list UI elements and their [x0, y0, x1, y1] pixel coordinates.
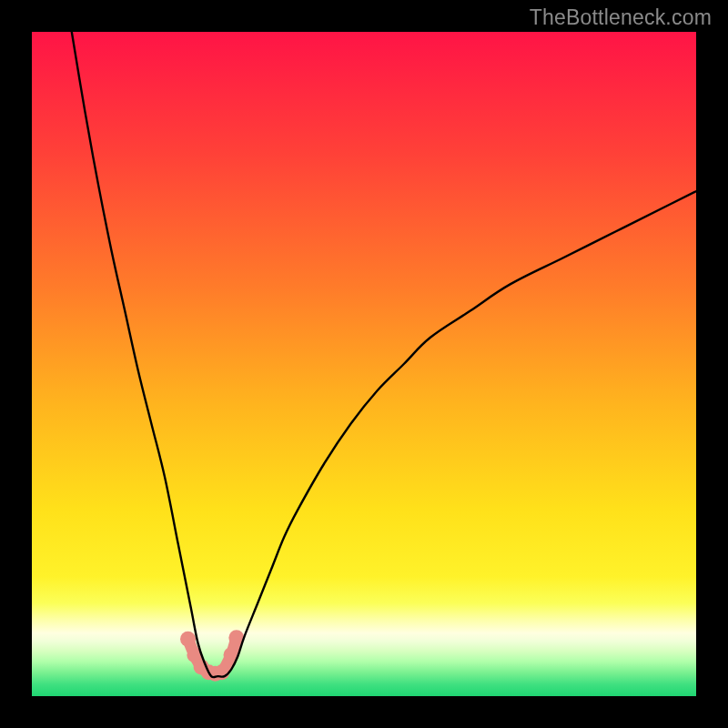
plot-area: [32, 32, 696, 696]
chart-frame: TheBottleneck.com: [0, 0, 728, 728]
bottleneck-curve: [72, 32, 696, 677]
curve-layer: [32, 32, 696, 696]
valley-dot: [180, 632, 196, 647]
valley-markers: [180, 630, 244, 681]
watermark-text: TheBottleneck.com: [530, 5, 712, 30]
